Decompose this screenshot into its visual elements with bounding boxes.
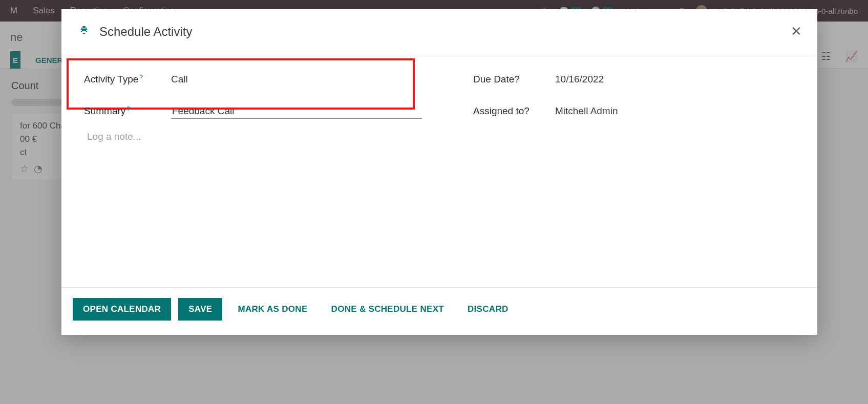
assigned-to-row: Assigned to? Mitchell Admin (473, 100, 800, 122)
summary-input[interactable] (171, 104, 422, 119)
mark-as-done-button[interactable]: MARK AS DONE (229, 298, 315, 321)
modal-footer: OPEN CALENDAR SAVE MARK AS DONE DONE & S… (61, 287, 817, 335)
summary-row: Summary? (84, 100, 453, 122)
save-button[interactable]: SAVE (178, 298, 222, 321)
open-calendar-button[interactable]: OPEN CALENDAR (73, 298, 171, 321)
bug-icon[interactable] (79, 25, 89, 38)
modal-title: Schedule Activity (99, 25, 192, 39)
close-icon[interactable]: ✕ (791, 25, 802, 38)
assigned-to-value[interactable]: Mitchell Admin (555, 105, 618, 117)
discard-button[interactable]: DISCARD (459, 298, 517, 321)
modal-header: Schedule Activity ✕ (61, 9, 817, 54)
assigned-to-label: Assigned to? (473, 105, 555, 117)
schedule-activity-modal: Schedule Activity ✕ Activity Type? Call … (61, 9, 817, 335)
due-date-label: Due Date? (473, 74, 555, 85)
activity-type-value[interactable]: Call (171, 74, 188, 85)
activity-type-label: Activity Type? (84, 74, 171, 85)
note-input[interactable]: Log a note... (84, 129, 800, 144)
activity-type-row: Activity Type? Call (84, 69, 453, 90)
due-date-value[interactable]: 10/16/2022 (555, 74, 604, 85)
modal-body: Activity Type? Call Due Date? 10/16/2022… (61, 54, 817, 287)
done-and-schedule-next-button[interactable]: DONE & SCHEDULE NEXT (323, 298, 452, 321)
summary-label: Summary? (84, 105, 171, 117)
due-date-row: Due Date? 10/16/2022 (473, 69, 800, 90)
